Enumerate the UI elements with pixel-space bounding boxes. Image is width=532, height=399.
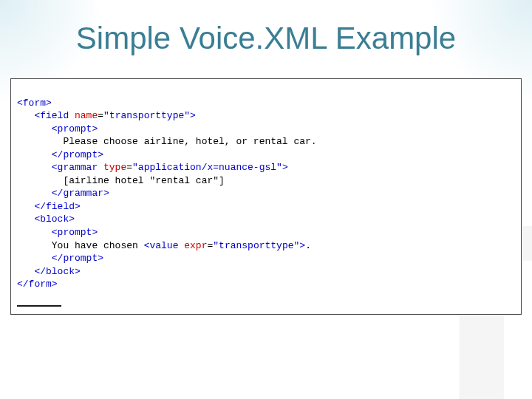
underline-bar bbox=[17, 305, 61, 307]
code-tag-close: > bbox=[190, 110, 196, 121]
code-line: <form> bbox=[17, 98, 52, 109]
code-line: </prompt> bbox=[17, 149, 103, 160]
code-line: <prompt> bbox=[17, 123, 98, 134]
code-line: <prompt> bbox=[17, 227, 98, 238]
code-line: <block> bbox=[17, 214, 75, 225]
code-eq: = bbox=[126, 162, 132, 173]
code-line: </field> bbox=[17, 201, 81, 212]
code-text: [airline hotel "rental car"] bbox=[17, 175, 225, 186]
code-val: "transporttype" bbox=[213, 240, 299, 251]
code-line: <field bbox=[17, 110, 69, 121]
code-tag: <value bbox=[144, 240, 179, 251]
code-line: <grammar bbox=[17, 162, 98, 173]
code-text: . bbox=[305, 240, 311, 251]
code-eq: = bbox=[98, 110, 103, 121]
code-line: </prompt> bbox=[17, 253, 103, 264]
code-val: "transporttype" bbox=[103, 110, 190, 121]
code-text: You have chosen bbox=[17, 240, 144, 251]
code-line: </block> bbox=[17, 266, 81, 277]
code-attr: name bbox=[69, 110, 98, 121]
code-val: "application/x=nuance-gsl" bbox=[132, 162, 282, 173]
code-attr: expr bbox=[178, 240, 207, 251]
code-line: </grammar> bbox=[17, 188, 109, 199]
code-line: </form> bbox=[17, 279, 58, 290]
code-text: Please choose airline, hotel, or rental … bbox=[17, 136, 317, 147]
code-tag-close: > bbox=[299, 240, 305, 251]
code-attr: type bbox=[98, 162, 126, 173]
slide-title: Simple Voice.XML Example bbox=[0, 21, 532, 56]
code-block: <form> <field name="transporttype"> <pro… bbox=[17, 83, 515, 291]
code-tag-close: > bbox=[282, 162, 288, 173]
code-frame: <form> <field name="transporttype"> <pro… bbox=[10, 78, 522, 315]
